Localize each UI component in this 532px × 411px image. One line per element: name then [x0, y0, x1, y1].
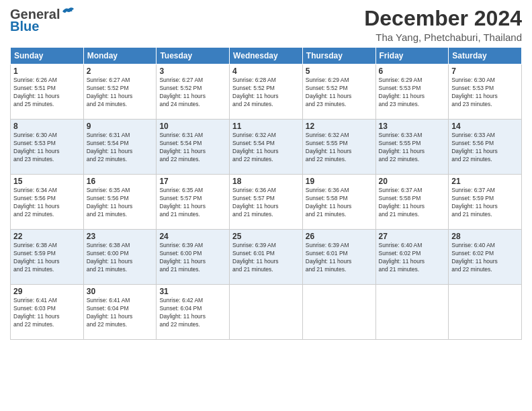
day-num-8: 8: [13, 122, 81, 131]
day-cell-29: 29 Sunrise: 6:41 AMSunset: 6:03 PMDaylig…: [11, 285, 84, 340]
day-num-19: 19: [306, 177, 373, 186]
day-cell-14: 14 Sunrise: 6:33 AMSunset: 5:56 PMDaylig…: [449, 120, 522, 175]
day-cell-17: 17 Sunrise: 6:35 AMSunset: 5:57 PMDaylig…: [157, 175, 230, 230]
day-num-30: 30: [87, 287, 154, 296]
day-cell-16: 16 Sunrise: 6:35 AMSunset: 5:56 PMDaylig…: [83, 175, 157, 230]
day-num-1: 1: [13, 66, 81, 76]
empty-cell-2: [302, 285, 375, 340]
day-info-28: Sunrise: 6:40 AMSunset: 6:02 PMDaylight:…: [451, 242, 519, 274]
day-cell-15: 15 Sunrise: 6:34 AMSunset: 5:56 PMDaylig…: [11, 175, 84, 230]
day-info-1: Sunrise: 6:26 AMSunset: 5:51 PMDaylight:…: [13, 77, 81, 109]
day-cell-5: 5 Sunrise: 6:29 AMSunset: 5:52 PMDayligh…: [302, 64, 375, 120]
day-num-29: 29: [13, 287, 81, 296]
empty-cell-4: [449, 285, 522, 340]
day-num-5: 5: [306, 66, 373, 76]
page: General Blue December 2024 Tha Yang, Phe…: [0, 0, 532, 411]
day-cell-20: 20 Sunrise: 6:37 AMSunset: 5:58 PMDaylig…: [375, 175, 449, 230]
day-num-4: 4: [232, 66, 300, 76]
day-info-19: Sunrise: 6:36 AMSunset: 5:58 PMDaylight:…: [306, 187, 373, 219]
day-info-22: Sunrise: 6:38 AMSunset: 5:59 PMDaylight:…: [13, 242, 81, 274]
day-info-8: Sunrise: 6:30 AMSunset: 5:53 PMDaylight:…: [13, 132, 81, 164]
day-cell-6: 6 Sunrise: 6:29 AMSunset: 5:53 PMDayligh…: [375, 64, 449, 120]
day-cell-7: 7 Sunrise: 6:30 AMSunset: 5:53 PMDayligh…: [449, 64, 522, 120]
week-row-1: 1 Sunrise: 6:26 AMSunset: 5:51 PMDayligh…: [11, 64, 522, 120]
day-cell-4: 4 Sunrise: 6:28 AMSunset: 5:52 PMDayligh…: [230, 64, 303, 120]
day-num-15: 15: [13, 177, 81, 186]
week-row-2: 8 Sunrise: 6:30 AMSunset: 5:53 PMDayligh…: [11, 120, 522, 175]
day-info-6: Sunrise: 6:29 AMSunset: 5:53 PMDaylight:…: [379, 77, 446, 109]
day-num-17: 17: [159, 177, 226, 186]
day-num-3: 3: [159, 66, 226, 76]
day-info-24: Sunrise: 6:39 AMSunset: 6:00 PMDaylight:…: [159, 242, 226, 274]
day-num-28: 28: [451, 232, 519, 241]
day-cell-22: 22 Sunrise: 6:38 AMSunset: 5:59 PMDaylig…: [11, 230, 84, 285]
logo: General Blue: [10, 7, 76, 34]
day-info-25: Sunrise: 6:39 AMSunset: 6:01 PMDaylight:…: [232, 242, 300, 274]
day-info-7: Sunrise: 6:30 AMSunset: 5:53 PMDaylight:…: [451, 77, 519, 109]
day-cell-23: 23 Sunrise: 6:38 AMSunset: 6:00 PMDaylig…: [83, 230, 157, 285]
day-num-18: 18: [232, 177, 300, 186]
week-row-4: 22 Sunrise: 6:38 AMSunset: 5:59 PMDaylig…: [11, 230, 522, 285]
day-cell-31: 31 Sunrise: 6:42 AMSunset: 6:04 PMDaylig…: [157, 285, 230, 340]
day-info-14: Sunrise: 6:33 AMSunset: 5:56 PMDaylight:…: [451, 132, 519, 164]
day-info-2: Sunrise: 6:27 AMSunset: 5:52 PMDaylight:…: [87, 77, 154, 109]
day-info-21: Sunrise: 6:37 AMSunset: 5:59 PMDaylight:…: [451, 187, 519, 219]
day-info-31: Sunrise: 6:42 AMSunset: 6:04 PMDaylight:…: [159, 297, 226, 329]
title-block: December 2024 Tha Yang, Phetchaburi, Tha…: [364, 7, 522, 43]
day-cell-27: 27 Sunrise: 6:40 AMSunset: 6:02 PMDaylig…: [375, 230, 449, 285]
col-wednesday: Wednesday: [230, 48, 303, 64]
day-info-15: Sunrise: 6:34 AMSunset: 5:56 PMDaylight:…: [13, 187, 81, 219]
day-num-23: 23: [87, 232, 154, 241]
day-cell-24: 24 Sunrise: 6:39 AMSunset: 6:00 PMDaylig…: [157, 230, 230, 285]
day-cell-26: 26 Sunrise: 6:39 AMSunset: 6:01 PMDaylig…: [302, 230, 375, 285]
day-num-27: 27: [379, 232, 446, 241]
day-cell-13: 13 Sunrise: 6:33 AMSunset: 5:55 PMDaylig…: [375, 120, 449, 175]
day-cell-11: 11 Sunrise: 6:32 AMSunset: 5:54 PMDaylig…: [230, 120, 303, 175]
empty-cell-1: [230, 285, 303, 340]
day-info-5: Sunrise: 6:29 AMSunset: 5:52 PMDaylight:…: [306, 77, 373, 109]
day-cell-2: 2 Sunrise: 6:27 AMSunset: 5:52 PMDayligh…: [83, 64, 157, 120]
day-num-22: 22: [13, 232, 81, 241]
day-info-20: Sunrise: 6:37 AMSunset: 5:58 PMDaylight:…: [379, 187, 446, 219]
day-cell-9: 9 Sunrise: 6:31 AMSunset: 5:54 PMDayligh…: [83, 120, 157, 175]
location-title: Tha Yang, Phetchaburi, Thailand: [364, 32, 522, 43]
day-info-11: Sunrise: 6:32 AMSunset: 5:54 PMDaylight:…: [232, 132, 300, 164]
day-num-12: 12: [306, 122, 373, 131]
day-info-18: Sunrise: 6:36 AMSunset: 5:57 PMDaylight:…: [232, 187, 300, 219]
day-num-21: 21: [451, 177, 519, 186]
day-num-10: 10: [159, 122, 226, 131]
day-info-10: Sunrise: 6:31 AMSunset: 5:54 PMDaylight:…: [159, 132, 226, 164]
day-num-11: 11: [232, 122, 300, 131]
day-cell-1: 1 Sunrise: 6:26 AMSunset: 5:51 PMDayligh…: [11, 64, 84, 120]
day-num-9: 9: [87, 122, 154, 131]
col-tuesday: Tuesday: [157, 48, 230, 64]
day-cell-30: 30 Sunrise: 6:41 AMSunset: 6:04 PMDaylig…: [83, 285, 157, 340]
day-cell-10: 10 Sunrise: 6:31 AMSunset: 5:54 PMDaylig…: [157, 120, 230, 175]
day-cell-8: 8 Sunrise: 6:30 AMSunset: 5:53 PMDayligh…: [11, 120, 84, 175]
day-info-9: Sunrise: 6:31 AMSunset: 5:54 PMDaylight:…: [87, 132, 154, 164]
day-info-13: Sunrise: 6:33 AMSunset: 5:55 PMDaylight:…: [379, 132, 446, 164]
month-title: December 2024: [364, 7, 522, 30]
day-info-29: Sunrise: 6:41 AMSunset: 6:03 PMDaylight:…: [13, 297, 81, 329]
day-cell-12: 12 Sunrise: 6:32 AMSunset: 5:55 PMDaylig…: [302, 120, 375, 175]
day-cell-3: 3 Sunrise: 6:27 AMSunset: 5:52 PMDayligh…: [157, 64, 230, 120]
col-saturday: Saturday: [449, 48, 522, 64]
day-num-6: 6: [379, 66, 446, 76]
day-cell-19: 19 Sunrise: 6:36 AMSunset: 5:58 PMDaylig…: [302, 175, 375, 230]
calendar-header-row: Sunday Monday Tuesday Wednesday Thursday…: [11, 48, 522, 64]
calendar-table: Sunday Monday Tuesday Wednesday Thursday…: [10, 47, 522, 340]
day-num-16: 16: [87, 177, 154, 186]
day-num-25: 25: [232, 232, 300, 241]
day-num-2: 2: [87, 66, 154, 76]
day-cell-28: 28 Sunrise: 6:40 AMSunset: 6:02 PMDaylig…: [449, 230, 522, 285]
col-monday: Monday: [83, 48, 157, 64]
day-info-27: Sunrise: 6:40 AMSunset: 6:02 PMDaylight:…: [379, 242, 446, 274]
day-cell-21: 21 Sunrise: 6:37 AMSunset: 5:59 PMDaylig…: [449, 175, 522, 230]
day-num-7: 7: [451, 66, 519, 76]
day-num-13: 13: [379, 122, 446, 131]
col-sunday: Sunday: [11, 48, 84, 64]
day-num-20: 20: [379, 177, 446, 186]
header: General Blue December 2024 Tha Yang, Phe…: [10, 7, 522, 43]
day-info-23: Sunrise: 6:38 AMSunset: 6:00 PMDaylight:…: [87, 242, 154, 274]
week-row-5: 29 Sunrise: 6:41 AMSunset: 6:03 PMDaylig…: [11, 285, 522, 340]
